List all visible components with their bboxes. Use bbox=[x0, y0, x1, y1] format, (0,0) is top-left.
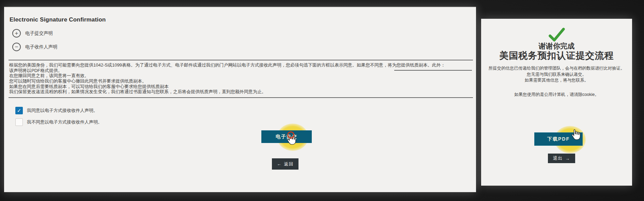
disclosure-paragraph: 根据您的美国身份，我们可能需要向您提供1042-S或1099表格。为了通过电子方… bbox=[9, 62, 473, 95]
exit-button-label: 退出 bbox=[553, 155, 563, 161]
divider bbox=[394, 70, 472, 71]
confirmation-line: 您无需与我们联系来确认递交。 bbox=[481, 72, 632, 78]
confirmation-line: 如果需要其他信息，将与您联系。 bbox=[481, 77, 632, 84]
divider bbox=[9, 60, 473, 60]
disagree-checkbox-row[interactable]: 我不同意以电子方式接收收件人声明。 bbox=[15, 118, 102, 126]
exit-button[interactable]: 退出 → bbox=[548, 154, 575, 163]
disagree-checkbox-label: 我不同意以电子方式接收收件人声明。 bbox=[27, 119, 102, 125]
paragraph-line: 根据您的美国身份，我们可能需要向您提供1042-S或1099表格。为了通过电子方… bbox=[9, 62, 473, 68]
confirmation-text: 所提交的信息已传递给我们的管理团队，会与在档的数据进行比对验证。 您无需与我们联… bbox=[481, 66, 632, 84]
back-button-label: 返回 bbox=[284, 161, 294, 167]
back-button[interactable]: ← 返回 bbox=[272, 158, 298, 170]
page-title: Electronic Signature Confirmation bbox=[10, 16, 106, 23]
dark-desktop-background: Electronic Signature Confirmation + 电子提交… bbox=[0, 0, 644, 201]
left-arrow-icon: ← bbox=[277, 161, 282, 167]
accordion-label: 电子收件人声明 bbox=[25, 44, 58, 50]
checkbox-checked[interactable]: ✓ bbox=[15, 107, 23, 114]
agree-checkbox-label: 我同意以电子方式接收收件人声明。 bbox=[27, 107, 98, 114]
expand-plus-icon[interactable]: + bbox=[12, 29, 21, 38]
checkbox-unchecked[interactable] bbox=[15, 118, 23, 126]
cookie-note: 如果您使用的是公用计算机，请清除cookie。 bbox=[481, 92, 632, 98]
process-heading: 美国税务预扣认证提交流程 bbox=[481, 49, 632, 62]
collapse-minus-icon[interactable]: − bbox=[12, 43, 21, 51]
agree-checkbox-row[interactable]: ✓ 我同意以电子方式接收收件人声明。 bbox=[15, 107, 98, 114]
paragraph-line: 我们保留更改递送流程的权利，如果情况发生变化，我们将通过书面通知与您联系，之后将… bbox=[9, 89, 473, 95]
paragraph-line: 如果您在同意后需要纸质副本，可以写信给我们的客服中心要求给您提供纸质副本 bbox=[9, 84, 473, 89]
confirmation-line: 所提交的信息已传递给我们的管理团队，会与在档的数据进行比对验证。 bbox=[481, 66, 632, 72]
success-check-icon bbox=[481, 28, 632, 42]
divider bbox=[9, 97, 473, 98]
paragraph-line: 您可以随时写信给我们的客服中心撤回此同意书并要求提供纸质副本。 bbox=[9, 78, 473, 84]
accordion-label: 电子提交声明 bbox=[25, 30, 53, 37]
accordion-electronic-submission[interactable]: + 电子提交声明 bbox=[12, 29, 53, 38]
paragraph-line: 在您撤回同意之前，该同意将一直有效。 bbox=[9, 73, 473, 78]
right-arrow-icon: → bbox=[565, 156, 570, 161]
click-ring-icon bbox=[287, 131, 294, 139]
hand-cursor-icon bbox=[570, 129, 581, 142]
accordion-electronic-recipient[interactable]: − 电子收件人声明 bbox=[12, 43, 58, 51]
electronic-signature-panel: Electronic Signature Confirmation + 电子提交… bbox=[4, 7, 476, 192]
